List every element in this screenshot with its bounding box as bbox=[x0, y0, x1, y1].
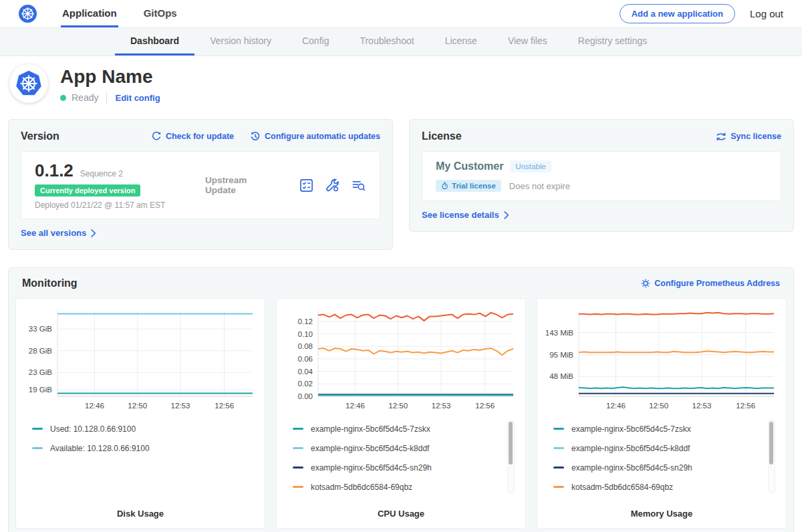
cpu-usage-legend: example-nginx-5bc6f5d4c5-7zskxexample-ng… bbox=[293, 419, 517, 498]
svg-text:12:50: 12:50 bbox=[388, 402, 408, 410]
legend-scrollbar[interactable] bbox=[507, 420, 515, 493]
see-license-details-link[interactable]: See license details bbox=[422, 210, 509, 220]
svg-text:12:53: 12:53 bbox=[432, 402, 451, 410]
svg-text:0.02: 0.02 bbox=[298, 380, 313, 388]
tab-registry-settings[interactable]: Registry settings bbox=[563, 28, 662, 55]
legend-label: kotsadm-5db6dc6584-69qbz bbox=[571, 483, 673, 492]
swap-arrows-icon bbox=[716, 132, 726, 141]
license-panel: My Customer Unstable Trial license Does … bbox=[422, 151, 781, 201]
svg-text:12:56: 12:56 bbox=[475, 402, 495, 410]
legend-item: example-nginx-5bc6f5d4c5-7zskx bbox=[553, 419, 778, 438]
config-wrench-gear-icon[interactable] bbox=[325, 178, 340, 193]
tab-application[interactable]: Application bbox=[61, 0, 118, 27]
svg-text:12:53: 12:53 bbox=[692, 402, 712, 410]
legend-scrollbar-thumb[interactable] bbox=[509, 422, 513, 464]
legend-scrollbar-thumb[interactable] bbox=[769, 422, 773, 464]
check-for-update-label: Check for update bbox=[166, 132, 234, 141]
legend-swatch bbox=[553, 486, 564, 488]
check-for-update-link[interactable]: Check for update bbox=[151, 131, 234, 142]
svg-text:33 GiB: 33 GiB bbox=[29, 325, 52, 333]
chart-title: Disk Usage bbox=[23, 509, 258, 519]
svg-text:12:56: 12:56 bbox=[215, 402, 234, 410]
monitoring-section: Monitoring Configure Prometheus Address … bbox=[8, 267, 794, 532]
chart-title: CPU Usage bbox=[283, 509, 519, 519]
version-sequence: Sequence 2 bbox=[80, 169, 123, 178]
legend-swatch bbox=[293, 428, 303, 430]
page-title: App Name bbox=[60, 66, 160, 88]
see-all-versions-label: See all versions bbox=[21, 228, 86, 238]
chart-card-cpu-usage: 12:4612:5012:5312:560.000.020.040.060.08… bbox=[276, 298, 526, 529]
configure-automatic-updates-link[interactable]: Configure automatic updates bbox=[250, 131, 380, 142]
tab-license[interactable]: License bbox=[430, 28, 493, 55]
stopwatch-icon bbox=[441, 182, 448, 190]
charts-row: 12:4612:5012:5312:5619 GiB23 GiB28 GiB33… bbox=[15, 298, 787, 529]
clock-refresh-icon bbox=[250, 131, 261, 142]
legend-item: Available: 10.128.0.66:9100 bbox=[32, 438, 257, 458]
version-number: 0.1.2 bbox=[35, 160, 74, 181]
legend-item: example-nginx-5bc6f5d4c5-k8ddf bbox=[553, 438, 778, 458]
svg-text:12:46: 12:46 bbox=[346, 402, 365, 410]
version-card-title: Version bbox=[21, 130, 59, 142]
legend-swatch bbox=[293, 467, 303, 469]
svg-text:0.00: 0.00 bbox=[298, 392, 313, 400]
memory-usage-legend: example-nginx-5bc6f5d4c5-7zskxexample-ng… bbox=[553, 419, 778, 498]
configure-automatic-updates-label: Configure automatic updates bbox=[265, 132, 380, 141]
legend-swatch bbox=[553, 447, 564, 449]
tab-view-files[interactable]: View files bbox=[493, 28, 563, 55]
tab-troubleshoot[interactable]: Troubleshoot bbox=[344, 28, 429, 55]
status-dot bbox=[60, 95, 66, 101]
legend-item: Used: 10.128.0.66:9100 bbox=[32, 419, 257, 438]
gear-icon bbox=[641, 279, 650, 288]
legend-scrollbar[interactable] bbox=[768, 420, 775, 493]
svg-text:12:56: 12:56 bbox=[736, 402, 755, 410]
top-nav-tabs: Application GitOps bbox=[61, 0, 203, 27]
sub-nav: Dashboard Version history Config Trouble… bbox=[0, 27, 802, 56]
svg-text:12:46: 12:46 bbox=[85, 402, 104, 410]
legend-label: Used: 10.128.0.66:9100 bbox=[50, 424, 136, 434]
add-application-button[interactable]: Add a new application bbox=[620, 4, 735, 23]
legend-label: example-nginx-5bc6f5d4c5-7zskx bbox=[571, 424, 691, 434]
legend-item: example-nginx-5bc6f5d4c5-sn29h bbox=[553, 458, 778, 477]
sync-license-link[interactable]: Sync license bbox=[716, 132, 781, 141]
refresh-icon bbox=[151, 131, 162, 142]
svg-text:95 MiB: 95 MiB bbox=[549, 351, 573, 359]
tab-gitops[interactable]: GitOps bbox=[142, 0, 178, 27]
svg-text:12:50: 12:50 bbox=[649, 402, 668, 410]
legend-item: example-nginx-5bc6f5d4c5-7zskx bbox=[293, 419, 517, 438]
svg-text:0.04: 0.04 bbox=[298, 368, 313, 376]
edit-config-link[interactable]: Edit config bbox=[115, 93, 160, 103]
legend-swatch bbox=[293, 447, 303, 449]
deployed-badge: Currently deployed version bbox=[35, 184, 140, 196]
license-type-badge: Trial license bbox=[436, 180, 501, 192]
chevron-right-icon bbox=[91, 229, 96, 237]
legend-swatch bbox=[553, 428, 564, 430]
deploy-logs-icon[interactable] bbox=[351, 178, 366, 193]
logout-link[interactable]: Log out bbox=[750, 8, 783, 19]
license-expiry: Does not expire bbox=[509, 181, 570, 191]
cpu-usage-chart: 12:4612:5012:5312:560.000.020.040.060.08… bbox=[283, 307, 519, 412]
legend-item: example-nginx-5bc6f5d4c5-k8ddf bbox=[293, 438, 517, 458]
status-label: Ready bbox=[72, 92, 98, 103]
tab-gitops-label: GitOps bbox=[144, 7, 177, 19]
current-version-panel: 0.1.2 Sequence 2 Currently deployed vers… bbox=[21, 151, 380, 219]
chevron-right-icon bbox=[504, 211, 509, 219]
legend-item: example-nginx-5bc6f5d4c5-sn29h bbox=[293, 458, 517, 477]
see-license-details-label: See license details bbox=[422, 210, 499, 220]
see-all-versions-link[interactable]: See all versions bbox=[21, 228, 96, 238]
legend-label: example-nginx-5bc6f5d4c5-7zskx bbox=[311, 424, 430, 434]
kubernetes-logo-icon bbox=[19, 5, 37, 23]
legend-swatch bbox=[553, 467, 564, 469]
tab-dashboard[interactable]: Dashboard bbox=[115, 28, 194, 55]
license-card: License Sync license My Customer Unstabl… bbox=[409, 119, 794, 232]
chart-title: Memory Usage bbox=[544, 509, 779, 519]
monitoring-title: Monitoring bbox=[22, 277, 78, 289]
preflight-checks-icon[interactable] bbox=[299, 178, 314, 193]
tab-version-history[interactable]: Version history bbox=[194, 28, 287, 55]
app-header-text: App Name Ready Edit config bbox=[60, 64, 160, 103]
memory-usage-chart: 12:4612:5012:5312:5648 MiB95 MiB143 MiB bbox=[544, 307, 779, 412]
license-card-title: License bbox=[422, 130, 462, 142]
svg-text:12:53: 12:53 bbox=[171, 402, 190, 410]
configure-prometheus-link[interactable]: Configure Prometheus Address bbox=[641, 279, 780, 288]
svg-text:19 GiB: 19 GiB bbox=[29, 386, 52, 394]
tab-config[interactable]: Config bbox=[287, 28, 344, 55]
